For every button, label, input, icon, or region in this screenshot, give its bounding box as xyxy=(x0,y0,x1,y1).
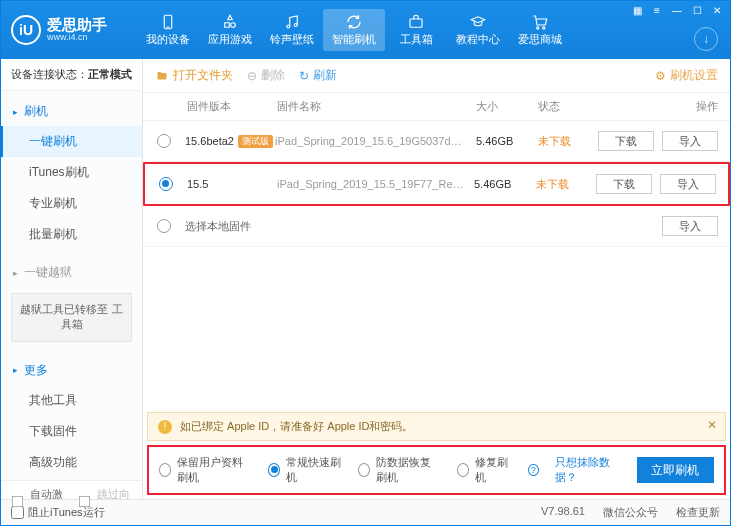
auto-activate-checkbox[interactable] xyxy=(12,496,24,508)
side-item-oneclick[interactable]: 一键刷机 xyxy=(1,126,142,157)
appleid-warning: ! 如已绑定 Apple ID，请准备好 Apple ID和密码。 ✕ xyxy=(147,412,726,441)
side-item-itunes[interactable]: iTunes刷机 xyxy=(1,157,142,188)
open-folder-button[interactable]: 打开文件夹 xyxy=(155,67,233,84)
refresh-button[interactable]: ↻刷新 xyxy=(299,67,337,84)
nav-shop[interactable]: 爱思商城 xyxy=(509,9,571,51)
warning-text: 如已绑定 Apple ID，请准备好 Apple ID和密码。 xyxy=(180,419,414,434)
jailbreak-moved-note: 越狱工具已转移至 工具箱 xyxy=(11,293,132,342)
beta-tag: 测试版 xyxy=(238,135,273,148)
side-group-more[interactable]: 更多 xyxy=(1,356,142,385)
th-version: 固件版本 xyxy=(187,99,277,114)
side-item-othertools[interactable]: 其他工具 xyxy=(1,385,142,416)
side-item-advanced[interactable]: 高级功能 xyxy=(1,447,142,478)
statusbar: 阻止iTunes运行 V7.98.61 微信公众号 检查更新 xyxy=(1,499,730,525)
firmware-row-local[interactable]: 选择本地固件 导入 xyxy=(143,206,730,247)
wechat-link[interactable]: 微信公众号 xyxy=(603,505,658,520)
th-status: 状态 xyxy=(538,99,590,114)
cart-icon xyxy=(529,13,551,31)
svg-point-6 xyxy=(543,27,545,29)
top-nav: 我的设备 应用游戏 铃声壁纸 智能刷机 工具箱 教程中心 爱思商城 xyxy=(137,9,571,51)
side-item-dlfw[interactable]: 下载固件 xyxy=(1,416,142,447)
nav-ring[interactable]: 铃声壁纸 xyxy=(261,9,323,51)
import-button[interactable]: 导入 xyxy=(662,131,718,151)
block-itunes-label: 阻止iTunes运行 xyxy=(28,505,105,520)
help-icon[interactable]: ? xyxy=(528,464,539,476)
download-indicator-icon[interactable]: ↓ xyxy=(694,27,718,51)
side-item-pro[interactable]: 专业刷机 xyxy=(1,188,142,219)
opt-normal[interactable]: 常规快速刷机 xyxy=(268,455,342,485)
nav-tutorial[interactable]: 教程中心 xyxy=(447,9,509,51)
toolbar: 打开文件夹 ⊖删除 ↻刷新 ⚙刷机设置 xyxy=(143,59,730,93)
svg-point-3 xyxy=(294,24,297,27)
folder-icon xyxy=(155,70,169,82)
warning-icon: ! xyxy=(158,420,172,434)
block-itunes-checkbox[interactable] xyxy=(11,506,24,519)
opt-keepdata[interactable]: 保留用户资料刷机 xyxy=(159,455,252,485)
opt-antirecover[interactable]: 防数据恢复刷机 xyxy=(358,455,441,485)
brand-logo-icon: iU xyxy=(11,15,41,45)
nav-my-device[interactable]: 我的设备 xyxy=(137,9,199,51)
window-controls: ▦ ≡ — ☐ ✕ xyxy=(630,5,724,17)
th-ops: 操作 xyxy=(590,99,718,114)
fw-version: 15.5 xyxy=(187,178,208,190)
delete-icon: ⊖ xyxy=(247,69,257,83)
gear-icon: ⚙ xyxy=(655,69,666,83)
brand-title: 爱思助手 xyxy=(47,17,107,34)
svg-point-2 xyxy=(287,25,290,28)
opt-repair[interactable]: 修复刷机 xyxy=(457,455,512,485)
svg-point-5 xyxy=(537,27,539,29)
firmware-row[interactable]: 15.6beta2测试版 iPad_Spring_2019_15.6_19G50… xyxy=(143,121,730,162)
win-menu-icon[interactable]: ≡ xyxy=(650,5,664,17)
win-close-icon[interactable]: ✕ xyxy=(710,5,724,17)
erase-only-link[interactable]: 只想抹除数据？ xyxy=(555,455,621,485)
side-group-jailbreak[interactable]: 一键越狱 xyxy=(1,258,142,287)
apps-icon xyxy=(219,13,241,31)
import-button[interactable]: 导入 xyxy=(662,216,718,236)
phone-icon xyxy=(157,13,179,31)
side-group-flash[interactable]: 刷机 xyxy=(1,97,142,126)
svg-rect-4 xyxy=(410,19,422,27)
win-grid-icon[interactable]: ▦ xyxy=(630,5,644,17)
fw-size: 5.46GB xyxy=(474,178,536,190)
delete-button[interactable]: ⊖删除 xyxy=(247,67,285,84)
win-max-icon[interactable]: ☐ xyxy=(690,5,704,17)
download-button[interactable]: 下载 xyxy=(598,131,654,151)
titlebar: iU 爱思助手 www.i4.cn 我的设备 应用游戏 铃声壁纸 智能刷机 工具… xyxy=(1,1,730,59)
row-radio[interactable] xyxy=(157,134,171,148)
th-name: 固件名称 xyxy=(277,99,476,114)
sidebar: 设备连接状态：正常模式 刷机 一键刷机 iTunes刷机 专业刷机 批量刷机 一… xyxy=(1,59,143,499)
refresh-small-icon: ↻ xyxy=(299,69,309,83)
row-radio[interactable] xyxy=(157,219,171,233)
table-header: 固件版本 固件名称 大小 状态 操作 xyxy=(143,93,730,121)
app-version: V7.98.61 xyxy=(541,505,585,520)
download-button[interactable]: 下载 xyxy=(596,174,652,194)
firmware-row[interactable]: 15.5 iPad_Spring_2019_15.5_19F77_Restore… xyxy=(143,162,730,206)
grad-icon xyxy=(467,13,489,31)
refresh-icon xyxy=(343,13,365,31)
nav-toolbox[interactable]: 工具箱 xyxy=(385,9,447,51)
win-min-icon[interactable]: — xyxy=(670,5,684,17)
fw-name: iPad_Spring_2019_15.5_19F77_Restore.ipsw xyxy=(277,178,474,190)
brand-sub: www.i4.cn xyxy=(47,33,107,43)
nav-apps[interactable]: 应用游戏 xyxy=(199,9,261,51)
nav-flash[interactable]: 智能刷机 xyxy=(323,9,385,51)
check-update-link[interactable]: 检查更新 xyxy=(676,505,720,520)
local-fw-label: 选择本地固件 xyxy=(185,219,251,234)
fw-name: iPad_Spring_2019_15.6_19G5037d_Restore.i… xyxy=(275,135,476,147)
warning-close-icon[interactable]: ✕ xyxy=(707,418,717,432)
main-panel: 打开文件夹 ⊖删除 ↻刷新 ⚙刷机设置 固件版本 固件名称 大小 状态 操作 1… xyxy=(143,59,730,499)
skip-guide-checkbox[interactable] xyxy=(78,496,90,508)
fw-status: 未下载 xyxy=(536,177,588,192)
fw-version: 15.6beta2 xyxy=(185,135,234,147)
fw-status: 未下载 xyxy=(538,134,590,149)
flash-settings-button[interactable]: ⚙刷机设置 xyxy=(655,67,718,84)
brand: iU 爱思助手 www.i4.cn xyxy=(11,15,107,45)
flash-now-button[interactable]: 立即刷机 xyxy=(637,457,714,483)
connection-status: 设备连接状态：正常模式 xyxy=(1,59,142,91)
th-size: 大小 xyxy=(476,99,538,114)
import-button[interactable]: 导入 xyxy=(660,174,716,194)
fw-size: 5.46GB xyxy=(476,135,538,147)
flash-options: 保留用户资料刷机 常规快速刷机 防数据恢复刷机 修复刷机 ? 只想抹除数据？ 立… xyxy=(147,445,726,495)
row-radio[interactable] xyxy=(159,177,173,191)
side-item-batch[interactable]: 批量刷机 xyxy=(1,219,142,250)
